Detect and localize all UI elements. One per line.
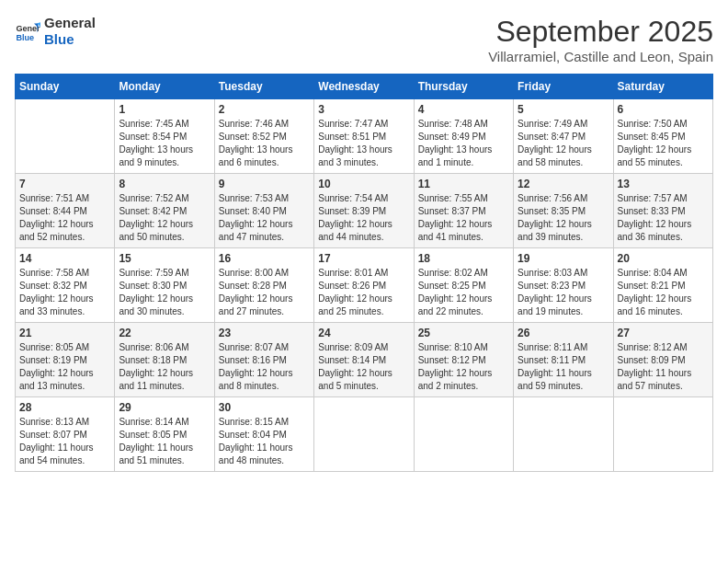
calendar-cell: 3Sunrise: 7:47 AMSunset: 8:51 PMDaylight… [314,99,414,174]
calendar-cell: 1Sunrise: 7:45 AMSunset: 8:54 PMDaylight… [115,99,214,174]
calendar-cell: 6Sunrise: 7:50 AMSunset: 8:45 PMDaylight… [613,99,712,174]
calendar-title: September 2025 [488,15,713,49]
calendar-cell: 2Sunrise: 7:46 AMSunset: 8:52 PMDaylight… [214,99,313,174]
day-content: Sunrise: 8:12 AMSunset: 8:09 PMDaylight:… [618,341,709,393]
day-content: Sunrise: 8:09 AMSunset: 8:14 PMDaylight:… [318,341,409,393]
day-number: 22 [119,327,210,339]
day-number: 8 [119,178,210,190]
calendar-cell: 11Sunrise: 7:55 AMSunset: 8:37 PMDayligh… [414,174,513,248]
day-number: 9 [219,178,310,190]
day-number: 1 [119,103,210,116]
day-content: Sunrise: 7:56 AMSunset: 8:35 PMDaylight:… [518,192,609,244]
day-content: Sunrise: 7:55 AMSunset: 8:37 PMDaylight:… [418,192,509,244]
day-content: Sunrise: 8:00 AMSunset: 8:28 PMDaylight:… [219,267,310,318]
calendar-cell: 30Sunrise: 8:15 AMSunset: 8:04 PMDayligh… [214,397,313,472]
calendar-cell: 9Sunrise: 7:53 AMSunset: 8:40 PMDaylight… [214,174,313,248]
day-content: Sunrise: 8:01 AMSunset: 8:26 PMDaylight:… [318,267,409,318]
day-content: Sunrise: 8:13 AMSunset: 8:07 PMDaylight:… [19,416,110,467]
title-block: September 2025 Villarramiel, Castille an… [488,15,713,64]
day-number: 6 [618,103,709,116]
calendar-cell: 24Sunrise: 8:09 AMSunset: 8:14 PMDayligh… [314,323,414,397]
day-number: 20 [618,252,709,265]
calendar-cell: 28Sunrise: 8:13 AMSunset: 8:07 PMDayligh… [16,397,115,472]
calendar-cell [613,397,712,472]
day-number: 11 [418,178,509,190]
day-content: Sunrise: 8:15 AMSunset: 8:04 PMDaylight:… [219,416,310,467]
calendar-cell: 18Sunrise: 8:02 AMSunset: 8:25 PMDayligh… [414,248,513,323]
calendar-cell: 23Sunrise: 8:07 AMSunset: 8:16 PMDayligh… [214,323,313,397]
day-content: Sunrise: 8:03 AMSunset: 8:23 PMDaylight:… [518,267,609,318]
day-number: 24 [318,327,409,339]
week-row-1: 7Sunrise: 7:51 AMSunset: 8:44 PMDaylight… [16,174,713,248]
calendar-cell: 7Sunrise: 7:51 AMSunset: 8:44 PMDaylight… [16,174,115,248]
day-number: 25 [418,327,509,339]
day-number: 7 [19,178,110,190]
day-number: 30 [219,401,310,414]
calendar-cell: 16Sunrise: 8:00 AMSunset: 8:28 PMDayligh… [214,248,313,323]
day-number: 14 [19,252,110,265]
day-content: Sunrise: 7:53 AMSunset: 8:40 PMDaylight:… [219,192,310,244]
day-number: 23 [219,327,310,339]
day-number: 19 [518,252,609,265]
day-content: Sunrise: 8:02 AMSunset: 8:25 PMDaylight:… [418,267,509,318]
calendar-cell: 27Sunrise: 8:12 AMSunset: 8:09 PMDayligh… [613,323,712,397]
header-saturday: Saturday [613,75,712,99]
week-row-2: 14Sunrise: 7:58 AMSunset: 8:32 PMDayligh… [16,248,713,323]
calendar-cell: 20Sunrise: 8:04 AMSunset: 8:21 PMDayligh… [613,248,712,323]
day-content: Sunrise: 7:45 AMSunset: 8:54 PMDaylight:… [119,118,210,169]
day-number: 15 [119,252,210,265]
calendar-cell: 4Sunrise: 7:48 AMSunset: 8:49 PMDaylight… [414,99,513,174]
day-content: Sunrise: 7:50 AMSunset: 8:45 PMDaylight:… [618,118,709,169]
day-content: Sunrise: 8:11 AMSunset: 8:11 PMDaylight:… [518,341,609,393]
header-wednesday: Wednesday [314,75,414,99]
calendar-cell: 8Sunrise: 7:52 AMSunset: 8:42 PMDaylight… [115,174,214,248]
day-content: Sunrise: 7:46 AMSunset: 8:52 PMDaylight:… [219,118,310,169]
day-content: Sunrise: 8:10 AMSunset: 8:12 PMDaylight:… [418,341,509,393]
header-monday: Monday [115,75,214,99]
day-number: 4 [418,103,509,116]
calendar-cell: 26Sunrise: 8:11 AMSunset: 8:11 PMDayligh… [514,323,613,397]
day-content: Sunrise: 8:14 AMSunset: 8:05 PMDaylight:… [119,416,210,467]
calendar-cell: 10Sunrise: 7:54 AMSunset: 8:39 PMDayligh… [314,174,414,248]
calendar-cell [514,397,613,472]
day-number: 21 [19,327,110,339]
day-number: 27 [618,327,709,339]
calendar-body: 1Sunrise: 7:45 AMSunset: 8:54 PMDaylight… [16,99,713,472]
day-content: Sunrise: 7:51 AMSunset: 8:44 PMDaylight:… [19,192,110,244]
day-content: Sunrise: 8:04 AMSunset: 8:21 PMDaylight:… [618,267,709,318]
calendar-cell: 25Sunrise: 8:10 AMSunset: 8:12 PMDayligh… [414,323,513,397]
day-number: 5 [518,103,609,116]
day-number: 13 [618,178,709,190]
day-number: 10 [318,178,409,190]
calendar-header-row: SundayMondayTuesdayWednesdayThursdayFrid… [16,75,713,99]
header-thursday: Thursday [414,75,513,99]
day-content: Sunrise: 7:57 AMSunset: 8:33 PMDaylight:… [618,192,709,244]
week-row-4: 28Sunrise: 8:13 AMSunset: 8:07 PMDayligh… [16,397,713,472]
calendar-cell: 17Sunrise: 8:01 AMSunset: 8:26 PMDayligh… [314,248,414,323]
logo-icon: General Blue [15,18,40,44]
day-number: 16 [219,252,310,265]
calendar-cell: 15Sunrise: 7:59 AMSunset: 8:30 PMDayligh… [115,248,214,323]
calendar-cell: 21Sunrise: 8:05 AMSunset: 8:19 PMDayligh… [16,323,115,397]
calendar-subtitle: Villarramiel, Castille and Leon, Spain [488,49,713,64]
day-number: 17 [318,252,409,265]
day-number: 18 [418,252,509,265]
week-row-0: 1Sunrise: 7:45 AMSunset: 8:54 PMDaylight… [16,99,713,174]
calendar-cell [314,397,414,472]
calendar-cell: 14Sunrise: 7:58 AMSunset: 8:32 PMDayligh… [16,248,115,323]
day-number: 2 [219,103,310,116]
calendar-cell [414,397,513,472]
day-number: 26 [518,327,609,339]
header-tuesday: Tuesday [214,75,313,99]
calendar-cell [16,99,115,174]
calendar-cell: 22Sunrise: 8:06 AMSunset: 8:18 PMDayligh… [115,323,214,397]
day-content: Sunrise: 7:59 AMSunset: 8:30 PMDaylight:… [119,267,210,318]
svg-text:Blue: Blue [16,33,34,42]
day-number: 29 [119,401,210,414]
day-content: Sunrise: 7:47 AMSunset: 8:51 PMDaylight:… [318,118,409,169]
day-number: 12 [518,178,609,190]
logo-line2: Blue [44,31,96,48]
header-friday: Friday [514,75,613,99]
calendar-cell: 12Sunrise: 7:56 AMSunset: 8:35 PMDayligh… [514,174,613,248]
day-content: Sunrise: 8:05 AMSunset: 8:19 PMDaylight:… [19,341,110,393]
